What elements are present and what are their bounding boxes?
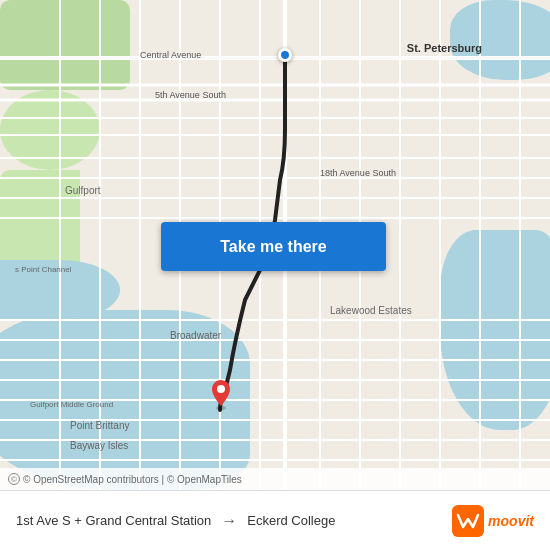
eighteenth-avenue-label: 18th Avenue South: [320, 168, 396, 178]
gulfport-middle-label: Gulfport Middle Ground: [30, 400, 113, 409]
moovit-logo: moovit: [452, 505, 534, 537]
arrow-icon: →: [221, 512, 237, 530]
central-avenue-label: Central Avenue: [140, 50, 201, 60]
bayway-isles-label: Bayway Isles: [70, 440, 128, 451]
copyright-icon: ©: [8, 473, 20, 485]
map-attribution: © © OpenStreetMap contributors | © OpenM…: [0, 468, 550, 490]
city-label: St. Petersburg: [407, 42, 482, 54]
park-top-left: [0, 0, 130, 90]
svg-point-31: [216, 406, 226, 410]
from-label: 1st Ave S + Grand Central Station: [16, 513, 211, 528]
moovit-text: moovit: [488, 513, 534, 529]
take-me-there-button[interactable]: Take me there: [161, 222, 386, 271]
park-bottom-right: [0, 90, 100, 170]
point-brittany-label: Point Brittany: [70, 420, 129, 431]
water-top-right: [450, 0, 550, 80]
gulfport-label: Gulfport: [65, 185, 101, 196]
broadwater-label: Broadwater: [170, 330, 221, 341]
route-info: 1st Ave S + Grand Central Station → Ecke…: [16, 505, 534, 537]
water-bottom-right: [440, 230, 550, 430]
from-to-info: 1st Ave S + Grand Central Station → Ecke…: [16, 512, 452, 530]
map-container: Central Avenue 5th Avenue South 18th Ave…: [0, 0, 550, 490]
svg-point-32: [217, 385, 225, 393]
to-label: Eckerd College: [247, 513, 335, 528]
end-marker: [210, 378, 232, 410]
moovit-icon: [452, 505, 484, 537]
fifth-avenue-label: 5th Avenue South: [155, 90, 226, 100]
bottom-bar: 1st Ave S + Grand Central Station → Ecke…: [0, 490, 550, 550]
start-marker: [278, 48, 292, 62]
point-channel-label: s Point Channel: [15, 265, 71, 274]
lakewood-label: Lakewood Estates: [330, 305, 412, 316]
attribution-text: © OpenStreetMap contributors | © OpenMap…: [23, 474, 242, 485]
